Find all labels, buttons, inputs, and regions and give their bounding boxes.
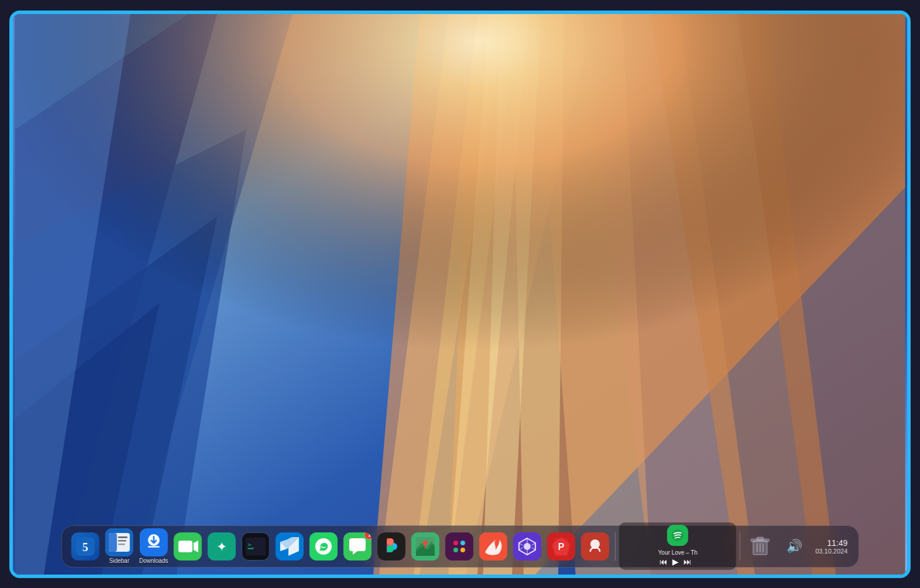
chatgpt-icon: ✦ xyxy=(208,532,236,561)
desktop: 5 Sidebar xyxy=(13,14,907,575)
dock-item-sourcekit[interactable] xyxy=(477,531,510,562)
vscode-icon xyxy=(276,532,304,561)
iterm-icon: >_ xyxy=(242,532,270,561)
sourcekit-icon xyxy=(479,532,507,561)
clock-time: 11:49 xyxy=(827,538,847,548)
dock-item-downloads[interactable]: Downloads xyxy=(137,527,170,565)
dock-item-vscode[interactable] xyxy=(273,531,306,562)
svg-point-28 xyxy=(387,538,394,545)
smultron-icon: 5 xyxy=(71,532,99,561)
svg-point-32 xyxy=(423,541,428,545)
dock-label-downloads: Downloads xyxy=(139,558,168,564)
whatsapp-icon xyxy=(310,532,338,561)
svg-rect-14 xyxy=(178,541,193,552)
dock-item-chatgpt[interactable]: ✦ xyxy=(205,531,238,562)
svg-text:5: 5 xyxy=(83,541,88,553)
svg-text:✦: ✦ xyxy=(217,539,227,554)
clock-widget: 11:49 03.10.2024 xyxy=(812,537,851,556)
music-info: Your Love – Th ⏮ ▶ ⏭ xyxy=(658,549,698,568)
dock-item-realitymixer[interactable] xyxy=(511,531,544,562)
dock-item-facetime[interactable] xyxy=(171,531,204,562)
svg-text:>_: >_ xyxy=(248,541,255,548)
dock-separator-2 xyxy=(740,532,740,561)
svg-rect-12 xyxy=(147,546,159,548)
dock-item-messages[interactable]: 1 xyxy=(341,531,374,562)
dock-item-figma[interactable] xyxy=(375,531,408,562)
dock-item-iterm[interactable]: >_ xyxy=(239,531,272,562)
dock-item-pixelmator[interactable]: P xyxy=(545,531,578,562)
volume-icon: 🔊 xyxy=(780,532,808,561)
screen-border: 5 Sidebar xyxy=(9,11,911,578)
svg-point-34 xyxy=(454,541,458,545)
next-button[interactable]: ⏭ xyxy=(682,556,693,568)
svg-rect-9 xyxy=(118,544,125,545)
dock-music-widget: Your Love – Th ⏮ ▶ ⏭ xyxy=(619,522,736,570)
facetime-icon xyxy=(174,532,202,561)
app2-icon xyxy=(581,532,609,561)
dock-label-sidebar: Sidebar xyxy=(109,558,129,564)
trash-icon xyxy=(746,532,774,561)
wallpaper xyxy=(13,14,907,575)
dock-item-volume[interactable]: 🔊 xyxy=(778,531,811,562)
dock-item-app2[interactable] xyxy=(579,531,612,562)
svg-rect-21 xyxy=(248,548,254,548)
svg-rect-6 xyxy=(109,533,117,552)
dock-item-whatsapp[interactable] xyxy=(307,531,340,562)
dock-separator xyxy=(615,532,616,561)
dock-item-sidebar[interactable]: Sidebar xyxy=(103,527,136,565)
figma-icon xyxy=(377,532,406,561)
downloads-icon xyxy=(139,528,167,556)
music-title: Your Love – Th xyxy=(658,549,698,556)
svg-text:P: P xyxy=(558,542,565,552)
svg-rect-33 xyxy=(445,532,473,561)
dock: 5 Sidebar xyxy=(61,525,859,568)
slack-icon xyxy=(445,532,473,561)
svg-point-35 xyxy=(461,541,465,545)
svg-point-37 xyxy=(461,548,465,552)
pixelmator-icon: P xyxy=(547,532,575,561)
realitymixer-icon xyxy=(513,532,541,561)
svg-rect-1 xyxy=(15,14,905,575)
svg-rect-29 xyxy=(387,545,394,552)
play-button[interactable]: ▶ xyxy=(671,556,680,568)
svg-rect-49 xyxy=(757,537,764,540)
maps-icon xyxy=(411,532,440,561)
clock-date: 03.10.2024 xyxy=(815,548,847,555)
messages-icon: 1 xyxy=(344,532,372,561)
svg-rect-7 xyxy=(118,537,128,538)
messages-badge: 1 xyxy=(365,532,372,539)
svg-point-36 xyxy=(454,548,458,552)
music-controls[interactable]: ⏮ ▶ ⏭ xyxy=(658,556,693,568)
dock-item-maps[interactable] xyxy=(409,531,442,562)
svg-rect-8 xyxy=(118,540,126,542)
sidebar-icon xyxy=(105,528,133,556)
dock-item-trash[interactable] xyxy=(744,531,777,562)
dock-item-slack[interactable] xyxy=(443,531,476,562)
spotify-icon xyxy=(667,525,688,546)
svg-point-40 xyxy=(524,543,531,550)
dock-item-smultron[interactable]: 5 xyxy=(69,531,102,562)
prev-button[interactable]: ⏮ xyxy=(658,556,669,568)
